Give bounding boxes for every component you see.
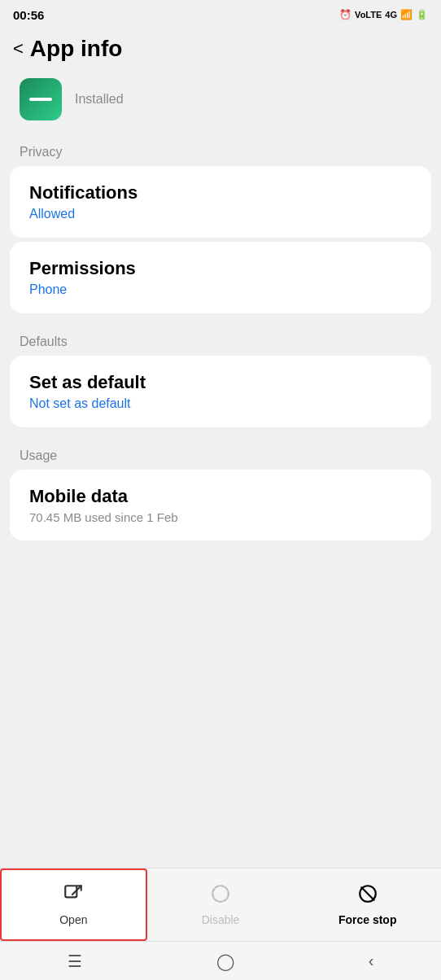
back-nav-button[interactable]: ‹ [349, 945, 394, 977]
signal-icon: 📶 [400, 9, 413, 20]
page-title: App info [30, 36, 123, 62]
set-as-default-title: Set as default [29, 372, 412, 393]
permissions-subtitle: Phone [29, 282, 412, 297]
status-time: 00:56 [13, 8, 44, 22]
bottom-action-bar: Open Disable Force stop [0, 868, 441, 941]
open-button[interactable]: Open [0, 868, 147, 941]
open-label: Open [59, 913, 87, 926]
disable-label: Disable [202, 913, 240, 926]
section-label-usage: Usage [0, 437, 441, 470]
installed-label: Installed [75, 92, 124, 107]
permissions-card[interactable]: Permissions Phone [10, 242, 431, 313]
set-as-default-card[interactable]: Set as default Not set as default [10, 356, 431, 427]
status-bar: 00:56 ⏰ VoLTE 4G 📶 🔋 [0, 0, 441, 29]
battery-icon: 🔋 [416, 9, 428, 20]
open-icon [63, 883, 84, 909]
notifications-card[interactable]: Notifications Allowed [10, 166, 431, 238]
network-4g-icon: 4G [385, 10, 397, 20]
alarm-icon: ⏰ [339, 9, 351, 20]
mobile-data-title: Mobile data [29, 486, 412, 507]
disable-icon [210, 883, 231, 909]
mobile-data-subtitle: 70.45 MB used since 1 Feb [29, 510, 412, 524]
svg-point-2 [212, 886, 229, 902]
disable-button[interactable]: Disable [147, 868, 295, 941]
force-stop-button[interactable]: Force stop [294, 868, 441, 941]
app-icon [20, 78, 62, 120]
section-label-privacy: Privacy [0, 133, 441, 166]
permissions-title: Permissions [29, 258, 412, 279]
navigation-bar: ☰ ◯ ‹ [0, 941, 441, 980]
set-as-default-subtitle: Not set as default [29, 396, 412, 411]
app-icon-row: Installed [0, 72, 441, 133]
notifications-title: Notifications [29, 182, 412, 203]
notifications-subtitle: Allowed [29, 207, 412, 221]
home-button[interactable]: ◯ [197, 945, 254, 978]
back-button[interactable]: < [13, 38, 24, 59]
force-stop-label: Force stop [338, 913, 397, 926]
mobile-data-card[interactable]: Mobile data 70.45 MB used since 1 Feb [10, 470, 431, 540]
section-label-defaults: Defaults [0, 323, 441, 356]
volte-icon: VoLTE [355, 10, 382, 20]
header: < App info [0, 29, 441, 72]
recent-apps-button[interactable]: ☰ [48, 945, 102, 978]
status-icons: ⏰ VoLTE 4G 📶 🔋 [339, 9, 428, 20]
force-stop-icon [357, 883, 378, 909]
svg-line-4 [361, 887, 373, 899]
